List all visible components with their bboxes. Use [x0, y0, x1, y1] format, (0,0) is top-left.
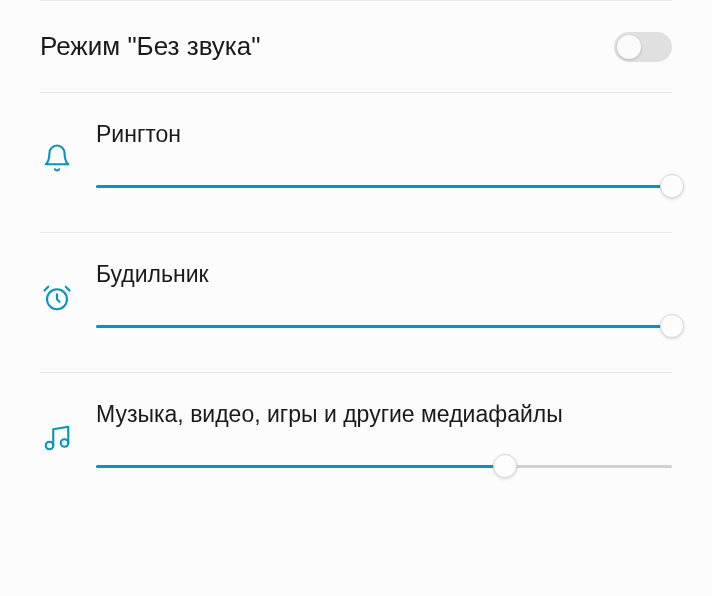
ringtone-row: Рингтон	[0, 93, 712, 232]
mute-mode-row: Режим "Без звука"	[0, 1, 712, 92]
ringtone-slider-fill	[96, 185, 672, 188]
ringtone-slider[interactable]	[96, 174, 672, 198]
ringtone-slider-content: Рингтон	[96, 121, 672, 198]
mute-mode-label: Режим "Без звука"	[40, 31, 261, 62]
ringtone-slider-thumb[interactable]	[660, 174, 684, 198]
music-note-icon	[40, 421, 74, 455]
alarm-row: Будильник	[0, 233, 712, 372]
alarm-slider-fill	[96, 325, 672, 328]
alarm-slider-content: Будильник	[96, 261, 672, 338]
svg-point-1	[46, 442, 54, 450]
alarm-slider-thumb[interactable]	[660, 314, 684, 338]
svg-point-2	[61, 439, 69, 447]
ringtone-label: Рингтон	[96, 121, 672, 148]
toggle-thumb	[617, 35, 641, 59]
media-row: Музыка, видео, игры и другие медиафайлы	[0, 373, 712, 512]
alarm-clock-icon	[40, 281, 74, 315]
sound-settings-panel: Режим "Без звука" Рингтон	[0, 0, 712, 512]
mute-mode-toggle[interactable]	[614, 32, 672, 62]
media-slider-content: Музыка, видео, игры и другие медиафайлы	[96, 401, 672, 478]
alarm-label: Будильник	[96, 261, 672, 288]
media-slider[interactable]	[96, 454, 672, 478]
alarm-slider[interactable]	[96, 314, 672, 338]
media-label: Музыка, видео, игры и другие медиафайлы	[96, 401, 672, 428]
bell-icon	[40, 141, 74, 175]
media-slider-fill	[96, 465, 505, 468]
media-slider-thumb[interactable]	[493, 454, 517, 478]
